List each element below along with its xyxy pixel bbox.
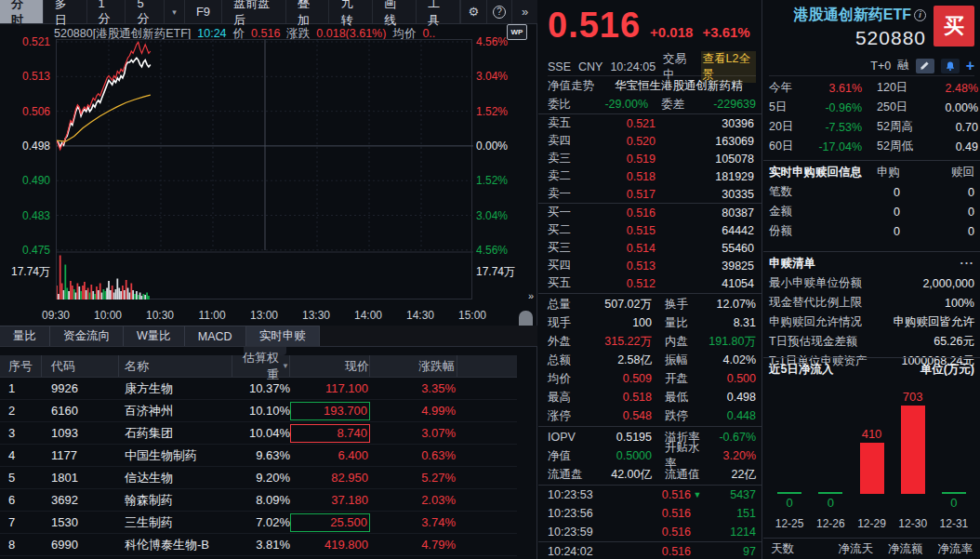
cell-price: 193.700 bbox=[290, 402, 370, 420]
order-book-row[interactable]: 买五0.51241054 bbox=[542, 274, 758, 292]
stat-label: 流通盘 bbox=[548, 467, 590, 483]
perf-label: 250日 bbox=[862, 100, 914, 115]
inflow-bar[interactable] bbox=[901, 406, 925, 494]
panel-expander-icon[interactable]: » bbox=[528, 290, 534, 301]
stat-label: 换手 bbox=[652, 297, 700, 313]
order-book-row[interactable]: 卖一0.51730335 bbox=[542, 185, 758, 203]
flow-footer-tab-天数[interactable]: 天数 bbox=[771, 541, 794, 557]
period-dropdown-caret[interactable]: ▾ bbox=[165, 0, 185, 23]
rt-row-label: 金额 bbox=[769, 204, 833, 220]
nav-fund-name[interactable]: 华宝恒生港股通创新药精 bbox=[615, 78, 743, 94]
holdings-row[interactable]: 26160百济神州10.10%193.7004.99% bbox=[0, 400, 517, 422]
flow-bar-slot: 410 bbox=[851, 379, 892, 517]
weibi-label: 委比 bbox=[548, 97, 589, 113]
period-tab-多日[interactable]: 多日 bbox=[44, 0, 87, 23]
buy-button[interactable]: 买 bbox=[934, 6, 974, 47]
col-header-code[interactable]: 代码 bbox=[42, 355, 119, 377]
edit-pencil-icon[interactable] bbox=[916, 59, 934, 73]
tick-time: 10:24:02 bbox=[548, 545, 607, 558]
rt-section-header: 实时申购赎回信息 申购 赎回 bbox=[763, 162, 980, 182]
stat-label: 跌停 bbox=[652, 408, 700, 424]
time-axis-label: 14:00 bbox=[346, 309, 391, 322]
order-book-row[interactable]: 卖五0.52130396 bbox=[542, 114, 758, 132]
cell-code: 6160 bbox=[42, 404, 119, 418]
subtab-资金流向[interactable]: 资金流向 bbox=[50, 326, 124, 346]
tick-row[interactable]: 10:24:020.51697 bbox=[538, 541, 761, 559]
info-icon[interactable]: i bbox=[914, 9, 926, 21]
col-header-price[interactable]: 现价 bbox=[290, 355, 370, 377]
intraday-chart[interactable]: 0.5210.5130.5060.4980.4900.4830.4754.56%… bbox=[0, 39, 537, 309]
add-icon[interactable]: + bbox=[966, 58, 974, 74]
price-axis-label: 0.506 bbox=[0, 105, 50, 118]
perf-label: 20日 bbox=[769, 119, 804, 135]
perf-value: -0.96% bbox=[804, 101, 862, 114]
flow-footer-tab-净流额[interactable]: 净流额 bbox=[888, 541, 923, 557]
more-chevrons-icon[interactable]: » bbox=[511, 0, 537, 23]
period-tab-分时[interactable]: 分时 bbox=[0, 0, 44, 23]
more-options-icon[interactable]: ··· bbox=[815, 257, 974, 270]
exchange-label: SSE bbox=[548, 60, 571, 73]
toolbar-item-画线[interactable]: 画线 bbox=[373, 0, 417, 23]
order-book-row[interactable]: 买二0.51564442 bbox=[542, 221, 758, 239]
flow-footer-tab-净流率[interactable]: 净流率 bbox=[938, 541, 973, 557]
subtab-MACD[interactable]: MACD bbox=[185, 326, 246, 346]
toolbar-item-九转[interactable]: 九转 bbox=[329, 0, 373, 23]
list-row-label: T日预估现金差额 bbox=[769, 334, 872, 350]
holdings-row[interactable]: 71530三生制药7.02%25.5003.74% bbox=[0, 512, 517, 534]
flow-title: 近5日净流入 bbox=[769, 362, 833, 378]
last-price-block: 0.516 +0.018 +3.61% bbox=[548, 6, 756, 54]
help-icon[interactable]: ? bbox=[486, 0, 512, 23]
order-book-row[interactable]: 卖四0.520163069 bbox=[542, 132, 758, 150]
subtab-W量比[interactable]: W量比 bbox=[124, 326, 185, 346]
stat-value: -0.67% bbox=[700, 431, 756, 444]
tick-row[interactable]: 10:23:530.516▼5437 bbox=[538, 486, 761, 504]
performance-grid: 今年3.61%120日2.48%5日-0.96%250日0.00%20日-7.5… bbox=[763, 78, 980, 156]
toolbar-item-叠加[interactable]: 叠加 bbox=[286, 0, 330, 23]
period-tab-1分[interactable]: 1分 bbox=[87, 0, 126, 23]
list-row-value: 申购赎回皆允许 bbox=[872, 314, 975, 330]
level-volume: 64442 bbox=[680, 224, 758, 237]
cell-code: 1530 bbox=[42, 515, 119, 529]
col-header-weight[interactable]: 估算权重▼ bbox=[232, 355, 290, 377]
col-header-no[interactable]: 序号 bbox=[0, 355, 42, 377]
cell-code: 3692 bbox=[42, 493, 119, 507]
stat-label: 总量 bbox=[548, 297, 590, 313]
flow-date-label: 12-26 bbox=[810, 517, 851, 534]
holdings-row[interactable]: 31093石药集团10.04%8.7403.07% bbox=[0, 422, 517, 445]
holdings-row[interactable]: 41177中国生物制药9.63%6.4000.63% bbox=[0, 445, 517, 467]
holdings-row[interactable]: 63692翰森制药8.09%37.1802.03% bbox=[0, 489, 517, 512]
list-section-header: 申赎清单 ··· bbox=[763, 253, 980, 273]
rt-redeem-value: 0 bbox=[900, 225, 974, 238]
order-book-row[interactable]: 卖三0.519105078 bbox=[542, 150, 758, 167]
order-book-row[interactable]: 卖二0.518181929 bbox=[542, 167, 758, 185]
alert-bell-icon[interactable] bbox=[941, 59, 960, 73]
order-book-row[interactable]: 买三0.51455460 bbox=[542, 239, 758, 257]
subtab-实时申赎[interactable]: 实时申赎 bbox=[246, 326, 320, 346]
gear-icon[interactable]: ⚙ bbox=[460, 0, 486, 23]
security-code: 520880 bbox=[794, 27, 926, 49]
col-header-change[interactable]: 涨跌幅 bbox=[370, 355, 457, 377]
toolbar-item-F9[interactable]: F9 bbox=[185, 0, 222, 23]
period-tab-5分[interactable]: 5分 bbox=[126, 0, 165, 23]
plot-area[interactable] bbox=[56, 39, 472, 299]
volume-axis-label: 17.74万 bbox=[476, 264, 532, 280]
order-book-row[interactable]: 买四0.51339825 bbox=[542, 257, 758, 274]
inflow-value-label: 410 bbox=[862, 427, 882, 441]
col-header-name[interactable]: 名称 bbox=[119, 355, 232, 377]
stats-group-2: IOPV0.5195溢折率-0.67%净值0.5000升贴水率3.20%流通盘4… bbox=[538, 428, 761, 484]
holdings-row[interactable]: 19926康方生物10.37%117.1003.35% bbox=[0, 378, 517, 400]
holdings-row[interactable]: 51801信达生物9.20%82.9505.27% bbox=[0, 467, 517, 489]
subtab-量比[interactable]: 量比 bbox=[0, 326, 50, 346]
perf-value: 0.00% bbox=[914, 101, 978, 114]
flow-footer-tab-净流天[interactable]: 净流天 bbox=[839, 541, 874, 557]
zero-inflow-label: 0 bbox=[950, 496, 957, 510]
stat-label: 流通值 bbox=[652, 467, 700, 483]
toolbar-item-工具[interactable]: 工具 bbox=[417, 0, 460, 23]
inflow-bar[interactable] bbox=[860, 443, 884, 494]
holdings-row[interactable]: 86990科伦博泰生物-B3.81%419.8004.79% bbox=[0, 534, 517, 556]
tick-row[interactable]: 10:23:590.5161214 bbox=[538, 523, 761, 541]
order-book-row[interactable]: 买一0.51680387 bbox=[542, 204, 758, 221]
cell-change: 5.27% bbox=[370, 471, 457, 485]
toolbar-item-盘前盘后[interactable]: 盘前盘后 bbox=[222, 0, 286, 23]
tick-row[interactable]: 10:23:560.516151 bbox=[538, 504, 761, 523]
